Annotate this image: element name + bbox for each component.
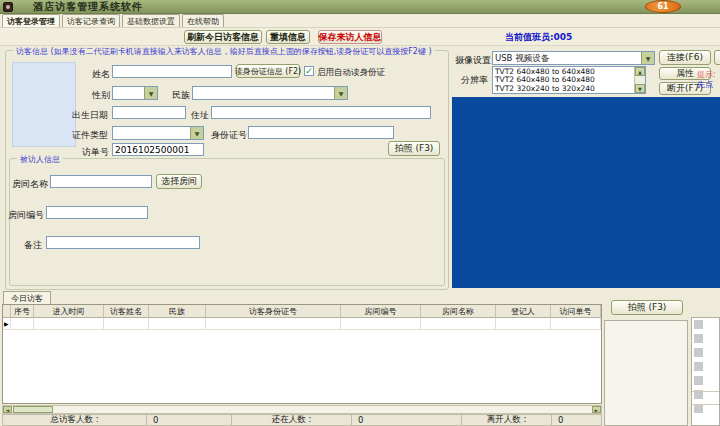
tab-data-settings[interactable]: 基础数据设置 xyxy=(122,14,180,27)
col-id-number: 访客身份证号 xyxy=(206,305,341,318)
present-visitors-label: 还在人数 : xyxy=(232,414,352,426)
col-entry-time: 进入时间 xyxy=(34,305,104,318)
remark-label: 备注 xyxy=(24,239,42,252)
col-room-no: 房间编号 xyxy=(341,305,421,318)
visitno-input[interactable] xyxy=(112,143,204,156)
listbox-scrollbar[interactable]: ▲ ▼ xyxy=(634,67,645,93)
tab-visitor-register[interactable]: 访客登录管理 xyxy=(2,14,60,27)
table-cell xyxy=(206,318,341,329)
window-title: 酒店访客管理系统软件 xyxy=(33,0,143,14)
refresh-today-button[interactable]: 刷新今日访客信息 xyxy=(184,30,262,44)
visitor-photo-placeholder xyxy=(12,62,76,147)
scroll-left-icon[interactable]: ◄ xyxy=(3,406,12,413)
row-marker-icon: ▶ xyxy=(3,320,9,327)
list-item[interactable]: TVT2 320x240 to 320x240 xyxy=(495,85,634,93)
strip-divider xyxy=(692,391,719,392)
auto-read-checkbox[interactable]: ✓ xyxy=(304,66,314,76)
table-cell xyxy=(34,318,104,329)
left-visitors-value: 0 xyxy=(552,414,602,426)
idtype-value xyxy=(113,127,190,139)
birthdate-input[interactable] xyxy=(112,106,186,119)
col-seq: 序号 xyxy=(11,305,34,318)
table-cell xyxy=(104,318,149,329)
scroll-down-icon[interactable]: ▼ xyxy=(635,84,645,93)
scrollbar-thumb[interactable] xyxy=(13,406,53,413)
table-header-row: 序号 进入时间 访客姓名 民族 访客身份证号 房间编号 房间名称 登记人 访问单… xyxy=(3,305,601,318)
auto-read-label: 启用自动读身份证 xyxy=(317,67,385,79)
idnumber-input[interactable] xyxy=(248,126,394,139)
gender-select[interactable]: ▼ xyxy=(112,86,158,100)
horizontal-scrollbar[interactable]: ◄ ► xyxy=(2,405,602,414)
table-cell xyxy=(496,318,551,329)
choose-room-button[interactable]: 选择房间 xyxy=(156,174,202,189)
ethnicity-select[interactable]: ▼ xyxy=(192,86,348,100)
tab-online-help[interactable]: 在线帮助 xyxy=(182,14,224,27)
camera-device-label: 摄像设置 xyxy=(455,54,491,67)
window-titlebar: 酒店访客管理系统软件 xyxy=(0,0,720,14)
gender-value xyxy=(113,87,144,99)
idnumber-label: 身份证号 xyxy=(211,129,247,142)
chevron-down-icon[interactable]: ▼ xyxy=(190,127,203,139)
read-id-button[interactable]: 读身份证信息 (F2) xyxy=(236,64,300,78)
chevron-down-icon[interactable]: ▼ xyxy=(144,87,157,99)
camera-device-select[interactable]: USB 视频设备 ▼ xyxy=(492,51,655,65)
table-cell xyxy=(341,318,421,329)
strip-divider xyxy=(692,404,719,405)
name-label: 姓名 xyxy=(92,68,110,81)
scroll-right-icon[interactable]: ► xyxy=(592,406,601,413)
birthdate-label: 出生日期 xyxy=(72,109,108,122)
menubar: 访客登录管理 访客记录查询 基础数据设置 在线帮助 xyxy=(0,14,720,28)
col-ethnicity: 民族 xyxy=(149,305,206,318)
table-cell xyxy=(421,318,496,329)
photo-preview xyxy=(604,320,688,426)
refill-info-button[interactable]: 重填信息 xyxy=(266,30,310,44)
col-registrar: 登记人 xyxy=(496,305,551,318)
capture-button-bottom[interactable]: 拍照 (F3) xyxy=(611,300,683,315)
stats-bar: 总访客人数 : 0 还在人数 : 0 离开人数 : 0 xyxy=(2,414,602,426)
visitors-table[interactable]: 序号 进入时间 访客姓名 民族 访客身份证号 房间编号 房间名称 登记人 访问单… xyxy=(2,304,602,404)
tab-record-query[interactable]: 访客记录查询 xyxy=(62,14,120,27)
app-icon xyxy=(3,2,13,12)
col-room-name: 房间名称 xyxy=(421,305,496,318)
gender-label: 性别 xyxy=(92,89,110,102)
table-cell xyxy=(551,318,601,329)
col-visit-no: 访问单号 xyxy=(551,305,601,318)
visitor-info-legend: 访客信息 (如果没有二代证刷卡机请直接输入来访客人信息，输好后直接点上面的保存按… xyxy=(13,46,435,57)
address-input[interactable] xyxy=(211,106,431,119)
name-input[interactable] xyxy=(112,65,232,78)
table-row[interactable]: ▶ xyxy=(3,318,601,330)
visited-info-legend: 被访人信息 xyxy=(17,154,63,165)
table-cell xyxy=(149,318,206,329)
today-visitors-tab[interactable]: 今日访客 xyxy=(3,291,51,304)
address-label: 住址 xyxy=(191,109,209,122)
roomno-input[interactable] xyxy=(46,206,148,219)
connect-button[interactable]: 连接(F6) xyxy=(659,50,711,65)
total-visitors-label: 总访客人数 : xyxy=(2,414,147,426)
save-visitor-button[interactable]: 保存来访人信息 xyxy=(318,30,382,44)
partial-cutoff-button[interactable] xyxy=(714,50,720,65)
remark-input[interactable] xyxy=(46,236,200,249)
thumbnail-blocks xyxy=(694,320,703,420)
resolution-items: TVT2 640x480 to 640x480 TVT2 640x480 to … xyxy=(493,67,634,93)
camera-device-value: USB 视频设备 xyxy=(493,52,641,64)
chevron-down-icon[interactable]: ▼ xyxy=(334,87,347,99)
table-cell xyxy=(11,318,34,329)
scrollbar-track[interactable] xyxy=(53,406,592,413)
scroll-up-icon[interactable]: ▲ xyxy=(635,67,645,76)
total-visitors-value: 0 xyxy=(147,414,232,426)
idtype-select[interactable]: ▼ xyxy=(112,126,204,140)
resolution-listbox[interactable]: TVT2 640x480 to 640x480 TVT2 640x480 to … xyxy=(492,66,646,94)
left-visitors-label: 离开人数 : xyxy=(462,414,552,426)
notification-badge[interactable]: 61 xyxy=(645,0,681,13)
capture-button-form[interactable]: 拍照 (F3) xyxy=(388,141,440,156)
chevron-down-icon[interactable]: ▼ xyxy=(641,52,654,64)
video-preview xyxy=(452,97,720,288)
thumbnail-strip[interactable] xyxy=(691,317,720,426)
roomname-input[interactable] xyxy=(50,175,152,188)
duty-officer-label: 当前值班员:005 xyxy=(505,31,572,44)
row-marker-cell: ▶ xyxy=(3,318,11,329)
ethnicity-label: 民族 xyxy=(172,89,190,102)
idtype-label: 证件类型 xyxy=(72,129,108,142)
app-window: { "window": { "title": "酒店访客管理系统软件", "ba… xyxy=(0,0,720,426)
present-visitors-value: 0 xyxy=(352,414,462,426)
